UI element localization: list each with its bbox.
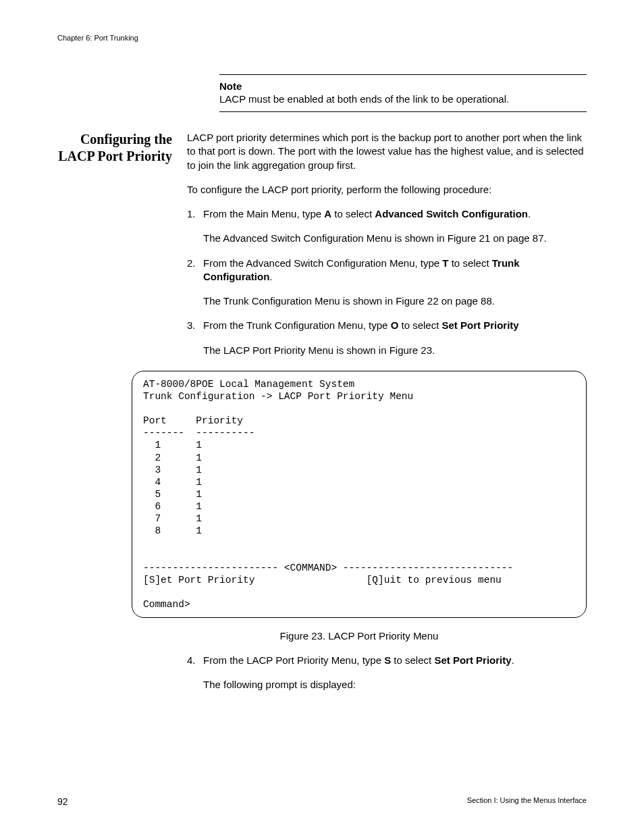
intro-paragraph-2: To configure the LACP port priority, per… [187, 183, 587, 197]
step-text-post: . [528, 208, 531, 219]
step-2: 2. From the Advanced Switch Configuratio… [187, 257, 587, 309]
step-sub: The Advanced Switch Configuration Menu i… [203, 232, 587, 245]
step-key: O [391, 319, 399, 331]
step-text-pre: From the Main Menu, type [203, 208, 324, 219]
note-body: LACP must be enabled at both ends of the… [219, 93, 587, 105]
note-block: Note LACP must be enabled at both ends o… [219, 74, 587, 112]
step-key: T [442, 257, 448, 269]
step-text-mid: to select [391, 654, 434, 666]
section-label: Section I: Using the Menus Interface [467, 796, 587, 807]
step-target: Set Port Priority [442, 319, 519, 331]
step-number: 3. [187, 319, 203, 357]
note-title: Note [219, 80, 587, 92]
step-number: 1. [187, 207, 203, 246]
step-text-post: . [269, 271, 272, 282]
step-text-pre: From the Trunk Configuration Menu, type [203, 319, 391, 331]
step-3: 3. From the Trunk Configuration Menu, ty… [187, 319, 587, 357]
step-1: 1. From the Main Menu, type A to select … [187, 207, 587, 246]
section-heading: Configuring the LACP Port Priority [57, 131, 187, 165]
step-sub: The LACP Port Priority Menu is shown in … [203, 344, 587, 357]
figure-caption: Figure 23. LACP Port Priority Menu [132, 630, 587, 642]
intro-paragraph-1: LACP port priority determines which port… [187, 131, 587, 172]
step-key: S [384, 654, 391, 666]
step-sub: The Trunk Configuration Menu is shown in… [203, 294, 587, 308]
step-target: Advanced Switch Configuration [375, 208, 528, 219]
page-footer: 92 Section I: Using the Menus Interface [57, 796, 587, 807]
step-target: Set Port Priority [434, 654, 511, 666]
step-sub: The following prompt is displayed: [203, 678, 587, 692]
step-text-mid: to select [398, 319, 441, 331]
chapter-header: Chapter 6: Port Trunking [57, 34, 587, 42]
step-4: 4. From the LACP Port Priority Menu, typ… [187, 654, 587, 692]
step-text-mid: to select [331, 208, 375, 219]
step-number: 4. [187, 654, 203, 692]
step-text-mid: to select [449, 257, 492, 269]
step-number: 2. [187, 257, 203, 309]
step-text-pre: From the Advanced Switch Configuration M… [203, 257, 442, 269]
step-key: A [324, 208, 331, 219]
page-number: 92 [57, 796, 68, 807]
terminal-screenshot: AT-8000/8POE Local Management System Tru… [132, 371, 587, 618]
step-text-pre: From the LACP Port Priority Menu, type [203, 654, 384, 666]
step-text-post: . [512, 654, 514, 666]
